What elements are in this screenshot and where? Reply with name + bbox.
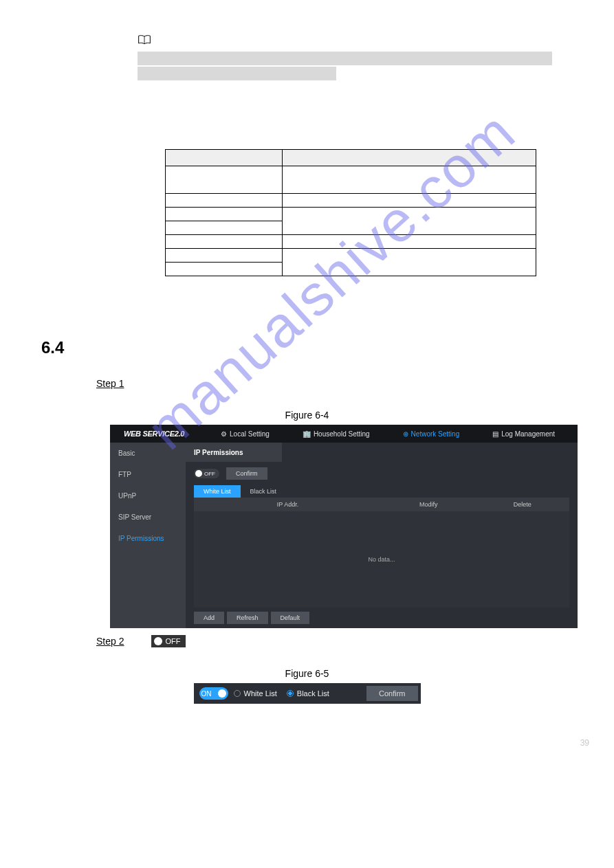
page-number: 39 [580, 738, 589, 748]
gear-icon: ⚙ [221, 430, 227, 438]
app-topbar: WEB SERVICE2.0 ⚙ Local Setting 🏢 Househo… [110, 425, 578, 443]
sidebar-item-ftp[interactable]: FTP [110, 464, 186, 485]
radio-white-list[interactable]: White List [234, 689, 277, 698]
radio-label: White List [244, 689, 277, 698]
table-cell [283, 194, 536, 208]
table-cell [166, 221, 283, 235]
radio-black-list[interactable]: Black List [287, 689, 329, 698]
tab-network-setting[interactable]: ⊕ Network Setting [400, 426, 463, 442]
section-heading: 6.4 [41, 338, 573, 357]
parameter-table [165, 149, 536, 276]
column-header-delete: Delete [476, 501, 570, 508]
table-cell [166, 263, 283, 276]
sidebar-item-ip-permissions[interactable]: IP Permissions [110, 528, 186, 549]
tab-household-setting[interactable]: 🏢 Household Setting [300, 426, 373, 442]
table-cell [283, 235, 536, 249]
sidebar: Basic FTP UPnP SIP Server IP Permissions [110, 443, 186, 628]
tab-white-list[interactable]: White List [194, 485, 241, 498]
tab-log-management[interactable]: ▤ Log Management [490, 426, 558, 442]
tab-label: Log Management [501, 430, 555, 438]
default-button[interactable]: Default [271, 612, 310, 624]
sidebar-item-sip-server[interactable]: SIP Server [110, 507, 186, 528]
toggle-label: OFF [165, 637, 180, 645]
tab-black-list[interactable]: Black List [241, 485, 287, 498]
tab-label: Network Setting [411, 430, 460, 438]
table-header-param [166, 150, 283, 166]
tab-label: Local Setting [230, 430, 270, 438]
column-header-ip: IP Addr. [194, 501, 382, 508]
refresh-button[interactable]: Refresh [227, 612, 268, 624]
add-button[interactable]: Add [194, 612, 224, 624]
app-logo: WEB SERVICE2.0 [110, 430, 198, 438]
sidebar-item-basic[interactable]: Basic [110, 443, 186, 464]
sidebar-item-upnp[interactable]: UPnP [110, 485, 186, 507]
confirm-button[interactable]: Confirm [366, 686, 418, 701]
figure-caption: Figure 6-4 [41, 410, 573, 421]
table-cell [166, 249, 283, 263]
screenshot-ip-permissions: WEB SERVICE2.0 ⚙ Local Setting 🏢 Househo… [110, 425, 578, 628]
toggle-knob [195, 470, 202, 477]
confirm-button[interactable]: Confirm [226, 467, 267, 480]
panel-title: IP Permissions [186, 443, 282, 462]
figure-caption: Figure 6-5 [41, 668, 573, 679]
step-label: Step 1 [96, 378, 124, 389]
radio-icon [234, 690, 241, 697]
table-cell [166, 166, 283, 194]
table-empty-state: No data... [194, 511, 569, 608]
book-icon [138, 34, 151, 45]
log-icon: ▤ [492, 430, 498, 438]
toggle-knob [218, 689, 226, 698]
redacted-line [138, 67, 336, 80]
screenshot-toggle-row: ON White List Black List Confirm [194, 683, 421, 704]
table-cell [283, 166, 536, 194]
step-label: Step 2 [96, 636, 124, 647]
radio-label: Black List [297, 689, 329, 698]
redacted-line [138, 52, 552, 65]
tab-local-setting[interactable]: ⚙ Local Setting [218, 426, 272, 442]
toggle-off[interactable]: OFF [194, 469, 219, 478]
table-cell [166, 235, 283, 249]
section-number: 6.4 [41, 338, 64, 357]
radio-icon [287, 690, 294, 697]
toggle-on[interactable]: ON [199, 687, 228, 700]
tab-label: Household Setting [314, 430, 370, 438]
globe-icon: ⊕ [403, 430, 408, 438]
inline-off-chip: OFF [151, 635, 186, 647]
building-icon: 🏢 [303, 430, 311, 438]
toggle-label: ON [201, 690, 212, 698]
table-cell [166, 208, 283, 221]
toggle-label: OFF [204, 471, 215, 477]
table-header-desc [283, 150, 536, 166]
table-cell [166, 194, 283, 208]
column-header-modify: Modify [382, 501, 476, 508]
table-cell [283, 208, 536, 235]
table-cell [283, 249, 536, 276]
toggle-knob [154, 637, 162, 645]
